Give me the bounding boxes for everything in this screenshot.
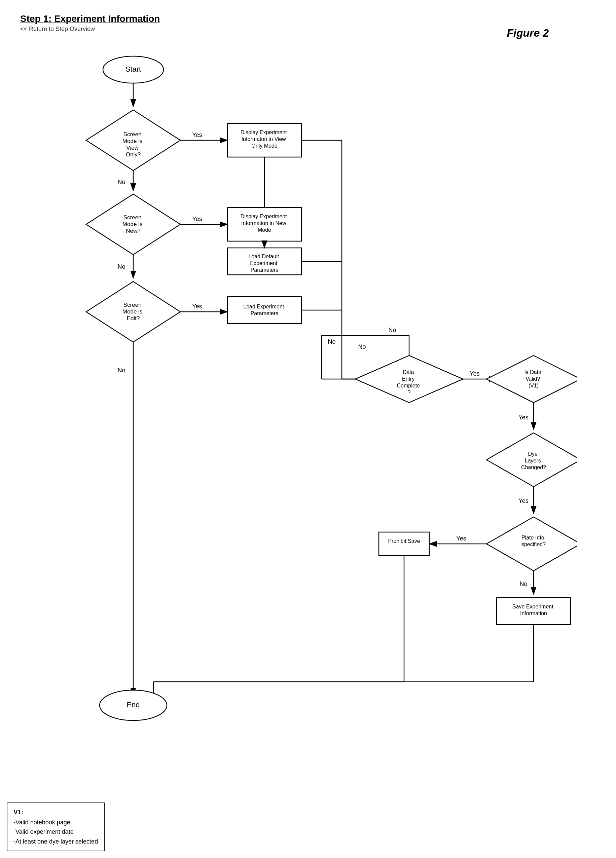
prohibit-save-label: Prohibit Save [388, 538, 420, 544]
no-data-valid-top-label: No [388, 326, 396, 333]
yes-label-plate: Yes [456, 535, 466, 542]
yes-label-1: Yes [192, 132, 202, 138]
load-default-label: Load Default Experiment Parameters [248, 253, 280, 273]
no-label-plate: No [520, 581, 527, 587]
box-prohibit-save [379, 532, 429, 556]
start-label: Start [125, 65, 141, 73]
no-label-data-entry: No [358, 344, 366, 350]
yes-label-3: Yes [192, 303, 202, 310]
page-title: Step 1: Experiment Information [20, 14, 596, 24]
no-feedback-label: No [328, 338, 335, 345]
box-load-params [227, 297, 302, 323]
end-label: End [126, 701, 140, 709]
no-label-3: No [117, 367, 125, 374]
yes-label-data-valid: Yes [518, 414, 528, 421]
legend-box: V1: -Valid notebook page -Valid experime… [7, 802, 105, 851]
no-label-2: No [117, 263, 125, 270]
legend-item-3: -At least one dye layer selected [14, 837, 98, 847]
legend-item-1: -Valid notebook page [14, 818, 98, 827]
flowchart-container: Start Screen Mode is View Only? Yes Disp… [39, 43, 577, 749]
flowchart-svg: Start Screen Mode is View Only? Yes Disp… [39, 43, 577, 749]
no-label-1: No [117, 179, 125, 185]
legend-title: V1: [14, 807, 98, 817]
yes-label-data-entry: Yes [470, 370, 479, 377]
yes-label-2: Yes [192, 216, 202, 222]
figure-label: Figure 2 [507, 27, 549, 39]
yes-label-dye: Yes [518, 497, 528, 504]
legend-item-2: -Valid experiment date [14, 827, 98, 837]
